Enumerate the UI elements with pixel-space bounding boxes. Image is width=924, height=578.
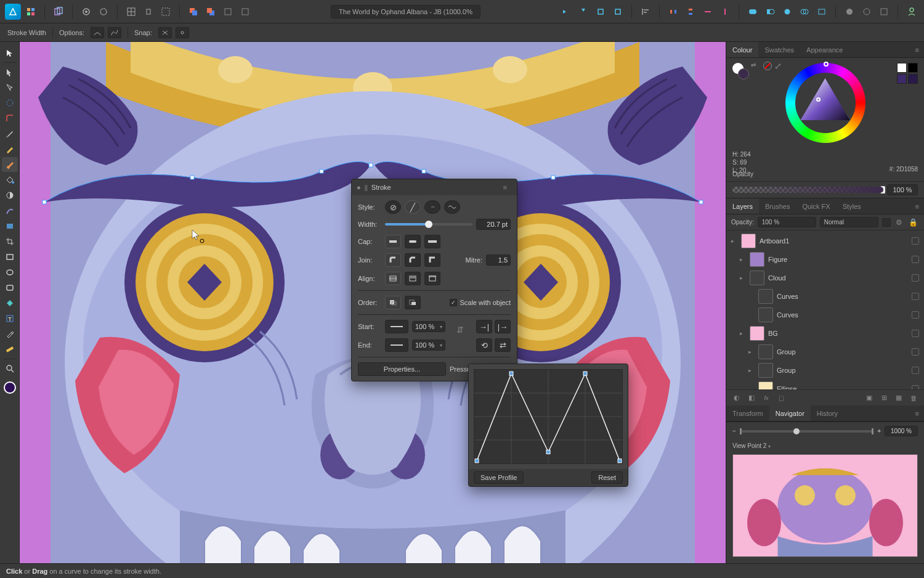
snap-a-icon[interactable] <box>158 27 172 38</box>
join-mitre-button[interactable] <box>424 253 440 267</box>
zoom-in-icon[interactable]: + <box>877 428 881 434</box>
subtract-icon[interactable] <box>763 4 777 19</box>
mitre-input[interactable]: 1.5 <box>486 254 511 266</box>
distribute-v-icon[interactable] <box>683 4 698 19</box>
layer-row[interactable]: ▸Group <box>726 361 924 380</box>
viewpoint-label[interactable]: View Point 2 ▾ <box>726 440 924 452</box>
layer-row[interactable]: ▸Cloud <box>726 269 924 287</box>
visibility-toggle[interactable] <box>912 367 919 374</box>
transparency-tool[interactable] <box>2 188 18 203</box>
combine-icon[interactable] <box>814 4 829 19</box>
place-image-tool[interactable] <box>2 219 18 234</box>
visibility-toggle[interactable] <box>912 256 919 263</box>
style-none-button[interactable]: ⊘ <box>385 200 401 214</box>
arrange-up-icon[interactable] <box>238 4 253 19</box>
reset-button[interactable]: Reset <box>591 471 623 484</box>
arrange-back-icon[interactable] <box>186 4 201 19</box>
chevron-icon[interactable]: ▸ <box>740 256 746 263</box>
snap-b-icon[interactable] <box>176 27 189 38</box>
flip-h-icon[interactable] <box>559 4 573 19</box>
insert-top-icon[interactable] <box>877 4 891 19</box>
mask-icon[interactable]: ◐ <box>731 393 742 404</box>
flip-v-icon[interactable] <box>576 4 591 19</box>
vector-brush-tool[interactable] <box>2 203 18 218</box>
align-left-icon[interactable] <box>638 4 653 19</box>
group-icon[interactable]: ▣ <box>864 393 875 404</box>
tab-quickfx[interactable]: Quick FX <box>796 198 836 214</box>
properties-button[interactable]: Properties... <box>358 362 446 376</box>
chevron-icon[interactable]: ▸ <box>748 349 755 355</box>
chevron-icon[interactable]: ▸ <box>731 238 737 244</box>
save-profile-button[interactable]: Save Profile <box>474 471 524 484</box>
layer-row[interactable]: Curves <box>726 287 924 306</box>
insert-inside-icon[interactable] <box>859 4 874 19</box>
insert-behind-icon[interactable] <box>842 4 857 19</box>
cap-round-button[interactable] <box>405 235 421 248</box>
align-outside-button[interactable] <box>424 272 440 285</box>
intersect-icon[interactable] <box>780 4 795 19</box>
style-brush-button[interactable] <box>444 200 460 214</box>
chevron-icon[interactable]: ▸ <box>740 330 746 336</box>
align-inside-button[interactable] <box>405 272 421 285</box>
arrow-place-end-button[interactable]: →| <box>476 320 492 333</box>
align-center-button[interactable] <box>385 272 401 285</box>
colour-picker-swatch[interactable] <box>2 380 18 395</box>
visibility-toggle[interactable] <box>912 274 919 282</box>
tab-colour[interactable]: Colour <box>726 42 758 57</box>
layer-row[interactable]: ▸Figure <box>726 250 924 269</box>
order-front-button[interactable] <box>405 296 421 309</box>
no-fill-icon[interactable] <box>763 62 772 70</box>
corner-tool[interactable] <box>2 111 18 126</box>
tab-layers[interactable]: Layers <box>726 198 759 214</box>
layer-row[interactable]: ▸Artboard1 <box>726 232 924 250</box>
zoom-tool[interactable] <box>2 361 18 376</box>
style-dash-button[interactable]: ┄ <box>424 200 440 214</box>
rotate-cw-icon[interactable] <box>610 4 625 19</box>
tab-styles[interactable]: Styles <box>837 198 867 214</box>
artboard-icon[interactable] <box>51 4 66 19</box>
option-curve-a-icon[interactable] <box>91 27 104 38</box>
stroke-panel[interactable]: ● || Stroke ≡ Style: ⊘ ╱ ┄ Width: 20.7 p… <box>351 179 517 381</box>
hamburger-icon[interactable]: ≡ <box>498 184 512 191</box>
layer-tree[interactable]: ▸Artboard1▸Figure▸CloudCurvesCurves▸BG▸G… <box>726 230 924 389</box>
divide-icon[interactable] <box>797 4 812 19</box>
snap-pixel-icon[interactable] <box>158 4 173 19</box>
delete-layer-icon[interactable]: 🗑 <box>908 393 919 404</box>
zoom-input[interactable]: 1000 % <box>885 426 918 436</box>
space-h-icon[interactable] <box>700 4 715 19</box>
arrow-place-after-button[interactable]: |→ <box>495 320 511 333</box>
artistic-text-tool[interactable]: T <box>2 311 18 326</box>
visibility-toggle[interactable] <box>912 385 919 389</box>
adjustment-icon[interactable]: ◧ <box>746 393 757 404</box>
brush-tool[interactable] <box>2 157 18 172</box>
opacity-input[interactable]: 100 % <box>887 184 918 195</box>
pen-tool[interactable] <box>2 126 18 141</box>
opacity-slider[interactable] <box>732 187 883 193</box>
swap-arrows-button[interactable]: ⟲ <box>476 338 492 352</box>
visibility-toggle[interactable] <box>912 330 919 337</box>
snap-grid-icon[interactable] <box>124 4 139 19</box>
zoom-slider[interactable] <box>740 430 873 433</box>
swap-fills-icon[interactable]: ⇄ <box>751 62 756 68</box>
pressure-graph[interactable] <box>474 369 623 464</box>
visibility-toggle[interactable] <box>912 293 919 300</box>
chevron-icon[interactable]: ▸ <box>748 367 755 373</box>
add-layer-icon[interactable]: ⊞ <box>878 393 890 404</box>
snap-guides-icon[interactable] <box>141 4 156 19</box>
style-solid-button[interactable]: ╱ <box>405 200 421 214</box>
join-bevel-button[interactable] <box>405 253 421 267</box>
move-tool[interactable] <box>2 46 18 60</box>
fx-icon[interactable]: fx <box>761 393 772 404</box>
close-icon[interactable]: ● <box>357 184 361 191</box>
option-curve-b-icon[interactable] <box>108 27 121 38</box>
colour-wheel[interactable] <box>785 63 865 143</box>
account-icon[interactable] <box>904 4 919 19</box>
smart-shape-tool[interactable] <box>2 296 18 311</box>
end-arrow-select[interactable] <box>385 338 408 352</box>
gear-icon[interactable]: ⚙ <box>894 218 904 227</box>
minimize-icon[interactable]: || <box>365 184 368 191</box>
order-behind-button[interactable] <box>385 296 401 309</box>
node-tool[interactable] <box>2 80 18 95</box>
layer-opacity-input[interactable]: 100 % <box>758 217 816 227</box>
chevron-icon[interactable]: ▸ <box>740 275 746 281</box>
